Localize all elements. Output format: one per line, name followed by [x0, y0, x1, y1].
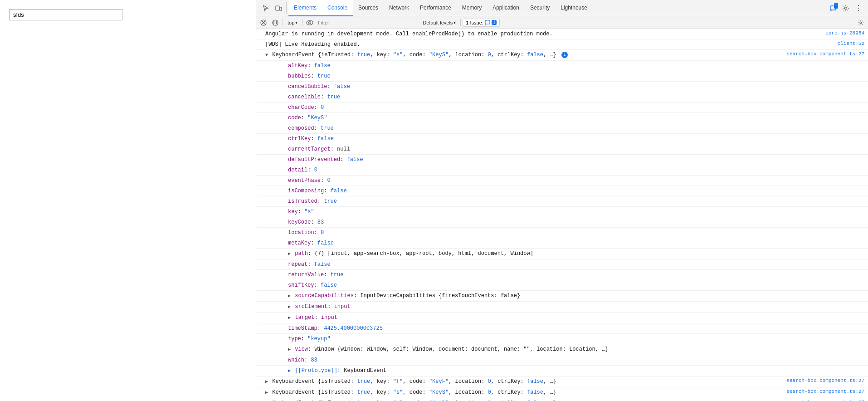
console-line: Angular is running in development mode. …: [256, 29, 868, 39]
prop-location: location: 0: [256, 228, 868, 238]
prop-altKey: altKey: false: [256, 61, 868, 71]
console-line-text: Angular is running in development mode. …: [264, 29, 824, 39]
expand-right-icon[interactable]: ▶: [288, 315, 291, 320]
expand-right-icon[interactable]: ▶: [265, 379, 268, 384]
message-badge-btn[interactable]: 1: [827, 2, 839, 14]
svg-point-5: [273, 20, 278, 25]
prop-keyCode: keyCode: 83: [256, 217, 868, 228]
expand-right-icon[interactable]: ▶: [288, 304, 291, 309]
console-keyboard-event-header: ▼ KeyboardEvent {isTrusted: true, key: "…: [256, 50, 868, 61]
console-keyboard-event-f: ▶ KeyboardEvent {isTrusted: true, key: "…: [256, 377, 868, 387]
prop-timeStamp: timeStamp: 4425.4000000003725: [256, 323, 868, 334]
prop-type: type: "keyup": [256, 334, 868, 344]
toolbar-separator-3: [418, 19, 418, 26]
console-line-source[interactable]: search-box.component.ts:27: [785, 377, 868, 384]
device-toolbar-btn[interactable]: [273, 2, 284, 14]
expand-arrow-icon[interactable]: ▼: [265, 53, 268, 58]
svg-point-8: [307, 20, 313, 25]
devtools-right-icons: 1 ⋮: [825, 2, 866, 14]
console-line-source[interactable]: client:52: [836, 40, 868, 47]
toolbar-separator-1: [283, 19, 283, 26]
search-input[interactable]: [9, 9, 122, 20]
cursor-icon-btn[interactable]: [260, 2, 272, 14]
svg-point-3: [845, 7, 847, 9]
tab-lighthouse[interactable]: Lighthouse: [555, 0, 593, 16]
expand-right-icon[interactable]: ▶: [288, 293, 291, 298]
issues-badge[interactable]: 1 Issue: 1: [463, 19, 500, 27]
svg-rect-0: [276, 6, 279, 10]
levels-dropdown[interactable]: Default levels ▾: [420, 19, 458, 26]
console-line-source[interactable]: search-box.component.ts:27: [785, 388, 868, 395]
prop-path: ▶ path: (7) [input, app-search-box, app-…: [256, 249, 868, 259]
expand-right-icon[interactable]: ▶: [288, 368, 291, 373]
more-btn[interactable]: ⋮: [853, 2, 864, 14]
prop-repeat: repeat: false: [256, 259, 868, 270]
tab-network[interactable]: Network: [384, 0, 414, 16]
prop-target: ▶ target: input: [256, 313, 868, 323]
console-content: Angular is running in development mode. …: [256, 29, 868, 401]
tab-elements[interactable]: Elements: [288, 0, 322, 16]
devtools-tabs-bar: Elements Console Sources Network Perform…: [256, 0, 868, 16]
prop-eventPhase: eventPhase: 0: [256, 176, 868, 186]
filter-input[interactable]: [316, 19, 416, 26]
prop-metaKey: metaKey: false: [256, 238, 868, 249]
expand-right-icon[interactable]: ▶: [265, 390, 268, 395]
prop-returnValue: returnValue: true: [256, 270, 868, 280]
devtools-tab-icons: [258, 2, 287, 14]
prop-code: code: "KeyS": [256, 113, 868, 123]
tab-security[interactable]: Security: [525, 0, 555, 16]
console-line-source[interactable]: core.js:26954: [824, 29, 868, 37]
eye-btn[interactable]: [304, 17, 315, 28]
settings-btn[interactable]: [840, 2, 852, 14]
levels-chevron-icon: ▾: [454, 20, 456, 25]
prop-composed: composed: true: [256, 123, 868, 134]
tab-application[interactable]: Application: [487, 0, 525, 16]
tab-console[interactable]: Console: [322, 0, 353, 16]
console-line: [WDS] Live Reloading enabled. client:52: [256, 39, 868, 50]
expand-right-icon[interactable]: ▶: [288, 347, 291, 352]
prop-ctrlKey: ctrlKey: false: [256, 134, 868, 144]
console-line-text: ▼ KeyboardEvent {isTrusted: true, key: "…: [264, 50, 785, 60]
prop-shiftKey: shiftKey: false: [256, 280, 868, 291]
svg-point-9: [309, 21, 311, 24]
prop-charCode: charCode: 0: [256, 103, 868, 113]
console-line-text: [WDS] Live Reloading enabled.: [264, 40, 836, 49]
line-gutter: [256, 40, 264, 41]
toolbar-separator-4: [460, 19, 461, 26]
chevron-down-icon: ▾: [295, 20, 297, 25]
expand-right-icon[interactable]: ▶: [288, 251, 291, 256]
console-line-source[interactable]: search-box.component.ts:27: [785, 399, 868, 401]
prop-bubbles: bubbles: true: [256, 71, 868, 82]
prop-isComposing: isComposing: false: [256, 186, 868, 196]
prop-which: which: 83: [256, 355, 868, 366]
tab-performance[interactable]: Performance: [414, 0, 457, 16]
console-toolbar: top ▾ Default levels ▾ 1 Issue: 1: [256, 16, 868, 29]
svg-rect-10: [485, 20, 490, 24]
context-selector[interactable]: top ▾: [285, 19, 300, 26]
console-line-source[interactable]: search-box.component.ts:27: [785, 50, 868, 58]
line-gutter: [256, 29, 264, 30]
tab-sources[interactable]: Sources: [353, 0, 384, 16]
toolbar-separator-2: [302, 19, 302, 26]
console-keyboard-event-d: ▶ KeyboardEvent {isTrusted: true, key: "…: [256, 398, 868, 401]
prop-view: ▶ view: Window {window: Window, self: Wi…: [256, 344, 868, 355]
tab-memory[interactable]: Memory: [457, 0, 487, 16]
prop-cancelable: cancelable: true: [256, 92, 868, 103]
info-icon[interactable]: i: [561, 52, 568, 58]
prop-currentTarget: currentTarget: null: [256, 144, 868, 155]
svg-point-11: [860, 22, 862, 24]
prop-sourceCapabilities: ▶ sourceCapabilities: InputDeviceCapabil…: [256, 291, 868, 302]
console-settings-btn[interactable]: [855, 17, 866, 28]
prop-key: key: "s": [256, 207, 868, 217]
prop-srcElement: ▶ srcElement: input: [256, 302, 868, 313]
prop-detail: detail: 0: [256, 165, 868, 176]
prop-cancelBubble: cancelBubble: false: [256, 82, 868, 92]
prop-defaultPrevented: defaultPrevented: false: [256, 155, 868, 165]
prop-prototype: ▶ [[Prototype]]: KeyboardEvent: [256, 366, 868, 377]
prop-isTrusted: isTrusted: true: [256, 196, 868, 207]
stop-btn[interactable]: [270, 17, 281, 28]
clear-console-btn[interactable]: [258, 17, 269, 28]
console-keyboard-event-s2: ▶ KeyboardEvent {isTrusted: true, key: "…: [256, 387, 868, 398]
line-gutter: [256, 50, 264, 51]
svg-rect-1: [280, 7, 282, 10]
